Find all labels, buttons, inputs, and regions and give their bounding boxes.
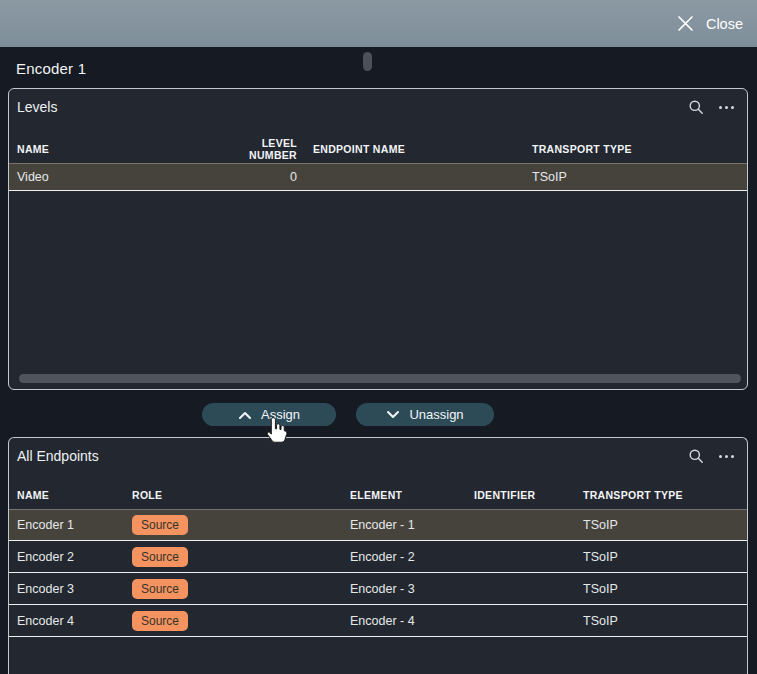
endpoint-name: Encoder 3 bbox=[17, 582, 132, 596]
level-name: Video bbox=[17, 170, 213, 184]
levels-table-header: NAME LEVEL NUMBER ENDPOINT NAME TRANSPOR… bbox=[9, 137, 747, 154]
endpoint-name: Encoder 1 bbox=[17, 518, 132, 532]
close-label: Close bbox=[706, 16, 743, 32]
chevron-up-icon bbox=[238, 410, 252, 420]
endpoint-name: Encoder 2 bbox=[17, 550, 132, 564]
assign-button-label: Assign bbox=[261, 407, 300, 422]
table-row[interactable]: Encoder 4 Source Encoder - 4 TSoIP bbox=[9, 605, 747, 637]
table-row[interactable]: Encoder 2 Source Encoder - 2 TSoIP bbox=[9, 541, 747, 573]
level-transport-type: TSoIP bbox=[532, 170, 739, 184]
assign-button[interactable]: Assign bbox=[202, 403, 336, 426]
top-bar: Close bbox=[0, 0, 757, 47]
close-icon bbox=[676, 14, 695, 33]
column-header-name: NAME bbox=[17, 143, 213, 155]
more-options-icon[interactable] bbox=[719, 106, 734, 109]
role-badge: Source bbox=[132, 611, 188, 631]
endpoint-transport-type: TSoIP bbox=[583, 614, 739, 628]
table-row[interactable]: Encoder 1 Source Encoder - 1 TSoIP bbox=[9, 509, 747, 541]
endpoint-transport-type: TSoIP bbox=[583, 582, 739, 596]
endpoint-element: Encoder - 1 bbox=[350, 518, 474, 532]
levels-panel-title: Levels bbox=[17, 99, 688, 115]
page-title: Encoder 1 bbox=[16, 60, 86, 77]
role-badge: Source bbox=[132, 579, 188, 599]
column-header-transport-type: TRANSPORT TYPE bbox=[532, 143, 739, 155]
endpoints-table-header: NAME ROLE ELEMENT IDENTIFIER TRANSPORT T… bbox=[9, 486, 747, 503]
column-header-role: ROLE bbox=[132, 489, 350, 501]
table-row[interactable]: Encoder 3 Source Encoder - 3 TSoIP bbox=[9, 573, 747, 605]
search-icon[interactable] bbox=[688, 448, 704, 464]
endpoint-transport-type: TSoIP bbox=[583, 518, 739, 532]
horizontal-scrollbar[interactable] bbox=[19, 374, 741, 383]
column-header-endpoint-name: ENDPOINT NAME bbox=[303, 143, 532, 155]
endpoints-panel-title: All Endpoints bbox=[17, 448, 688, 464]
endpoint-transport-type: TSoIP bbox=[583, 550, 739, 564]
levels-panel: Levels NAME LEVEL NUMBER ENDPOINT NAME T… bbox=[8, 88, 748, 390]
unassign-button[interactable]: Unassign bbox=[356, 403, 494, 426]
search-icon[interactable] bbox=[688, 99, 704, 115]
more-options-icon[interactable] bbox=[719, 455, 734, 458]
table-row[interactable]: Video 0 TSoIP bbox=[9, 163, 747, 191]
level-number: 0 bbox=[213, 170, 303, 184]
chevron-down-icon bbox=[386, 410, 400, 420]
endpoint-element: Encoder - 4 bbox=[350, 614, 474, 628]
column-header-element: ELEMENT bbox=[350, 489, 474, 501]
endpoint-element: Encoder - 3 bbox=[350, 582, 474, 596]
all-endpoints-panel: All Endpoints NAME ROLE ELEMENT IDENTIFI… bbox=[8, 437, 748, 674]
unassign-button-label: Unassign bbox=[409, 407, 463, 422]
close-button[interactable]: Close bbox=[676, 0, 743, 47]
column-header-level-number: LEVEL NUMBER bbox=[213, 137, 303, 161]
role-badge: Source bbox=[132, 515, 188, 535]
column-header-transport-type: TRANSPORT TYPE bbox=[583, 489, 739, 501]
endpoint-name: Encoder 4 bbox=[17, 614, 132, 628]
column-header-name: NAME bbox=[17, 489, 132, 501]
role-badge: Source bbox=[132, 547, 188, 567]
endpoint-element: Encoder - 2 bbox=[350, 550, 474, 564]
column-header-identifier: IDENTIFIER bbox=[474, 489, 583, 501]
drag-handle-icon[interactable] bbox=[363, 52, 372, 71]
